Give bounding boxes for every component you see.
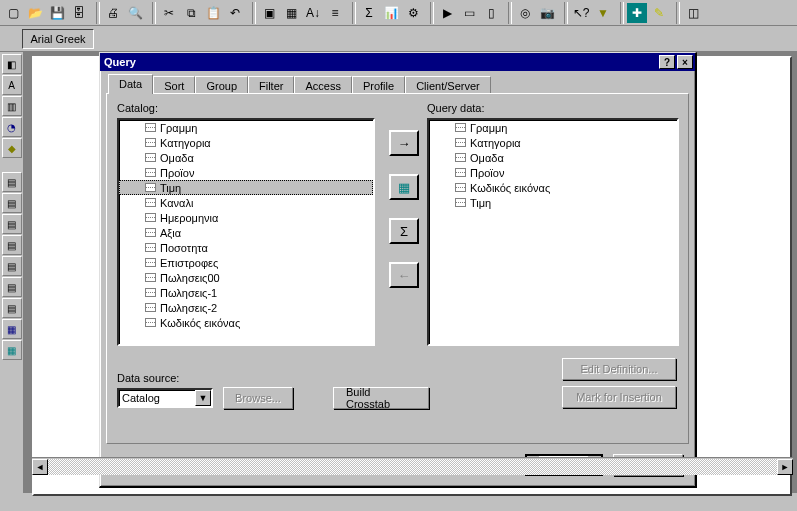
- field-icon: [145, 258, 156, 267]
- catalog-item-label: Πωλησεις-2: [160, 302, 217, 314]
- datasource-combo[interactable]: Catalog ▼: [117, 388, 213, 408]
- field-icon: [455, 138, 466, 147]
- field-icon: [455, 168, 466, 177]
- catalog-item[interactable]: Πωλησεις-1: [119, 285, 373, 300]
- querydata-item[interactable]: Γραμμη: [429, 120, 677, 135]
- catalog-item[interactable]: Γραμμη: [119, 120, 373, 135]
- catalog-item[interactable]: Κωδικός εικόνας: [119, 315, 373, 330]
- vt-t2-icon[interactable]: ▤: [2, 193, 22, 213]
- catalog-item-label: Ομαδα: [160, 152, 194, 164]
- catalog-item[interactable]: Πωλησεις-2: [119, 300, 373, 315]
- querydata-item[interactable]: Προϊον: [429, 165, 677, 180]
- vt-db-icon[interactable]: ▥: [2, 96, 22, 116]
- save-all-icon[interactable]: 🗄: [68, 2, 90, 24]
- field-icon: [145, 123, 156, 132]
- grid-icon[interactable]: ▦: [280, 2, 302, 24]
- catalog-item-label: Κατηγορια: [160, 137, 211, 149]
- field-icon: [145, 138, 156, 147]
- catalog-item-label: Τιμη: [160, 182, 181, 194]
- querydata-item-label: Κωδικός εικόνας: [470, 182, 550, 194]
- undo-icon[interactable]: ↶: [224, 2, 246, 24]
- vt-pie-icon[interactable]: ◔: [2, 117, 22, 137]
- vt-film-icon[interactable]: ▦: [2, 340, 22, 360]
- paste-icon[interactable]: 📋: [202, 2, 224, 24]
- catalog-item[interactable]: Ποσοτητα: [119, 240, 373, 255]
- mdi-client: ◧ A ▥ ◔ ◆ ▤ ▤ ▤ ▤ ▤ ▤ ▤ ▦ ▦ Query ? × Da…: [0, 52, 797, 493]
- querydata-item[interactable]: Τιμη: [429, 195, 677, 210]
- querydata-listbox[interactable]: ΓραμμηΚατηγοριαΟμαδαΠροϊονΚωδικός εικόνα…: [427, 118, 679, 346]
- rect2-icon[interactable]: ▯: [480, 2, 502, 24]
- gear-icon[interactable]: ⚙: [402, 2, 424, 24]
- copy-icon[interactable]: ⧉: [180, 2, 202, 24]
- plus-block-icon[interactable]: ✚: [626, 2, 648, 24]
- vertical-toolbar: ◧ A ▥ ◔ ◆ ▤ ▤ ▤ ▤ ▤ ▤ ▤ ▦ ▦: [0, 52, 24, 493]
- tab-data[interactable]: Data: [108, 74, 153, 94]
- querydata-item[interactable]: Ομαδα: [429, 150, 677, 165]
- catalog-item[interactable]: Καναλι: [119, 195, 373, 210]
- move-right-button[interactable]: →: [389, 130, 419, 156]
- vt-t7-icon[interactable]: ▤: [2, 298, 22, 318]
- help-button[interactable]: ?: [659, 55, 675, 69]
- sum-icon[interactable]: Σ: [358, 2, 380, 24]
- tabstrip: Data Sort Group Filter Access Profile Cl…: [102, 73, 693, 93]
- camera-icon[interactable]: ◎: [514, 2, 536, 24]
- querydata-item[interactable]: Κωδικός εικόνας: [429, 180, 677, 195]
- print-icon[interactable]: 🖨: [102, 2, 124, 24]
- open-icon[interactable]: 📂: [24, 2, 46, 24]
- vt-t6-icon[interactable]: ▤: [2, 277, 22, 297]
- field-icon: [145, 153, 156, 162]
- next-icon[interactable]: ▶: [436, 2, 458, 24]
- vt-mix-icon[interactable]: ◧: [2, 54, 22, 74]
- doc-hscrollbar[interactable]: ◄ ►: [32, 457, 793, 475]
- mark-insertion-button: Mark for Insertion: [562, 386, 676, 408]
- vt-t1-icon[interactable]: ▤: [2, 172, 22, 192]
- filter-icon[interactable]: ▼: [592, 2, 614, 24]
- catalog-item[interactable]: Τιμη: [119, 180, 373, 195]
- catalog-item[interactable]: Κατηγορια: [119, 135, 373, 150]
- catalog-item-label: Προϊον: [160, 167, 194, 179]
- chart-icon[interactable]: 📊: [380, 2, 402, 24]
- datasource-value: Catalog: [119, 392, 195, 404]
- run-icon[interactable]: ▣: [258, 2, 280, 24]
- field-icon: [455, 183, 466, 192]
- vt-t4-icon[interactable]: ▤: [2, 235, 22, 255]
- catalog-listbox[interactable]: ΓραμμηΚατηγοριαΟμαδαΠροϊονΤιμηΚαναλιΗμερ…: [117, 118, 375, 346]
- querydata-item-label: Τιμη: [470, 197, 491, 209]
- close-button[interactable]: ×: [677, 55, 693, 69]
- build-crosstab-button[interactable]: Build Crosstab: [333, 387, 429, 409]
- highlighter-icon[interactable]: ✎: [648, 2, 670, 24]
- scroll-left-icon[interactable]: ◄: [32, 459, 48, 475]
- rect1-icon[interactable]: ▭: [458, 2, 480, 24]
- querydata-item[interactable]: Κατηγορια: [429, 135, 677, 150]
- vt-text-icon[interactable]: A: [2, 75, 22, 95]
- format-icon[interactable]: ≡: [324, 2, 346, 24]
- cut-icon[interactable]: ✂: [158, 2, 180, 24]
- preview-icon[interactable]: 🔍: [124, 2, 146, 24]
- catalog-item[interactable]: Ομαδα: [119, 150, 373, 165]
- sort-icon[interactable]: A↓: [302, 2, 324, 24]
- photo-icon[interactable]: 📷: [536, 2, 558, 24]
- window-icon[interactable]: ◫: [682, 2, 704, 24]
- move-left-button[interactable]: ←: [389, 262, 419, 288]
- save-icon[interactable]: 💾: [46, 2, 68, 24]
- vt-doc-icon[interactable]: ▦: [2, 319, 22, 339]
- field-icon: [455, 198, 466, 207]
- calc-button[interactable]: ▦: [389, 174, 419, 200]
- querydata-item-label: Ομαδα: [470, 152, 504, 164]
- chevron-down-icon[interactable]: ▼: [195, 390, 211, 406]
- sigma-button[interactable]: Σ: [389, 218, 419, 244]
- vt-palette-icon[interactable]: ◆: [2, 138, 22, 158]
- catalog-item[interactable]: Ημερομηνια: [119, 210, 373, 225]
- catalog-item-label: Γραμμη: [160, 122, 197, 134]
- catalog-item[interactable]: Αξια: [119, 225, 373, 240]
- vt-t5-icon[interactable]: ▤: [2, 256, 22, 276]
- catalog-item[interactable]: Προϊον: [119, 165, 373, 180]
- vt-t3-icon[interactable]: ▤: [2, 214, 22, 234]
- catalog-item[interactable]: Επιστροφες: [119, 255, 373, 270]
- field-icon: [145, 303, 156, 312]
- catalog-item[interactable]: Πωλησεις00: [119, 270, 373, 285]
- help-pointer-icon[interactable]: ↖?: [570, 2, 592, 24]
- new-icon[interactable]: ▢: [2, 2, 24, 24]
- font-combo[interactable]: Arial Greek: [22, 29, 94, 49]
- scroll-right-icon[interactable]: ►: [777, 459, 793, 475]
